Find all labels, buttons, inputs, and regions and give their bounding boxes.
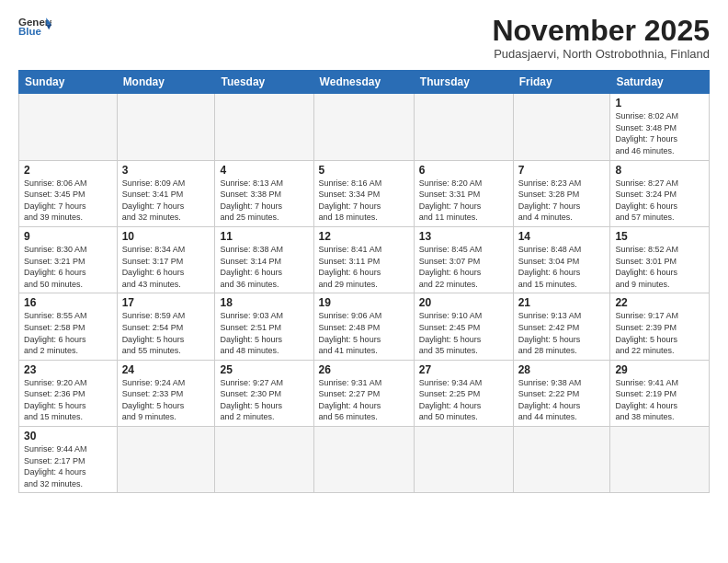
day-number: 14 <box>518 230 606 243</box>
day-info: Sunrise: 9:06 AM Sunset: 2:48 PM Dayligh… <box>319 310 409 356</box>
calendar-week-row: 1Sunrise: 8:02 AM Sunset: 3:48 PM Daylig… <box>19 94 710 160</box>
calendar-week-row: 23Sunrise: 9:20 AM Sunset: 2:36 PM Dayli… <box>19 360 710 426</box>
day-number: 16 <box>24 296 112 309</box>
calendar-table: Sunday Monday Tuesday Wednesday Thursday… <box>18 70 710 493</box>
col-thursday: Thursday <box>414 71 513 94</box>
day-info: Sunrise: 8:41 AM Sunset: 3:11 PM Dayligh… <box>319 244 409 290</box>
calendar-cell <box>215 427 313 493</box>
day-number: 12 <box>319 230 409 243</box>
day-number: 28 <box>518 363 606 376</box>
logo: General Blue <box>18 15 51 40</box>
col-friday: Friday <box>513 71 610 94</box>
day-info: Sunrise: 9:20 AM Sunset: 2:36 PM Dayligh… <box>24 377 112 423</box>
day-info: Sunrise: 8:30 AM Sunset: 3:21 PM Dayligh… <box>24 244 112 290</box>
day-info: Sunrise: 9:13 AM Sunset: 2:42 PM Dayligh… <box>518 310 606 356</box>
day-info: Sunrise: 8:27 AM Sunset: 3:24 PM Dayligh… <box>615 178 704 224</box>
calendar-cell <box>513 427 610 493</box>
day-number: 24 <box>122 363 210 376</box>
calendar-cell: 4Sunrise: 8:13 AM Sunset: 3:38 PM Daylig… <box>215 160 313 226</box>
day-info: Sunrise: 8:34 AM Sunset: 3:17 PM Dayligh… <box>122 244 210 290</box>
col-saturday: Saturday <box>610 71 710 94</box>
calendar-week-row: 2Sunrise: 8:06 AM Sunset: 3:45 PM Daylig… <box>19 160 710 226</box>
calendar-cell: 8Sunrise: 8:27 AM Sunset: 3:24 PM Daylig… <box>610 160 710 226</box>
logo-icon: General Blue <box>18 15 51 40</box>
day-info: Sunrise: 8:59 AM Sunset: 2:54 PM Dayligh… <box>122 310 210 356</box>
calendar-cell: 22Sunrise: 9:17 AM Sunset: 2:39 PM Dayli… <box>610 293 710 360</box>
day-number: 19 <box>319 296 409 309</box>
calendar-cell: 21Sunrise: 9:13 AM Sunset: 2:42 PM Dayli… <box>513 293 610 360</box>
day-info: Sunrise: 9:34 AM Sunset: 2:25 PM Dayligh… <box>419 377 508 423</box>
col-sunday: Sunday <box>19 71 118 94</box>
day-info: Sunrise: 9:10 AM Sunset: 2:45 PM Dayligh… <box>419 310 508 356</box>
calendar-cell: 27Sunrise: 9:34 AM Sunset: 2:25 PM Dayli… <box>414 360 513 426</box>
day-number: 25 <box>220 363 308 376</box>
day-number: 11 <box>220 230 308 243</box>
calendar-cell: 18Sunrise: 9:03 AM Sunset: 2:51 PM Dayli… <box>215 293 313 360</box>
calendar-cell <box>313 94 414 160</box>
calendar-cell <box>414 94 513 160</box>
calendar-cell: 16Sunrise: 8:55 AM Sunset: 2:58 PM Dayli… <box>19 293 118 360</box>
calendar-cell: 9Sunrise: 8:30 AM Sunset: 3:21 PM Daylig… <box>19 226 118 293</box>
day-number: 18 <box>220 296 308 309</box>
calendar-cell: 25Sunrise: 9:27 AM Sunset: 2:30 PM Dayli… <box>215 360 313 426</box>
day-info: Sunrise: 9:44 AM Sunset: 2:17 PM Dayligh… <box>24 443 112 489</box>
calendar-cell <box>610 427 710 493</box>
col-tuesday: Tuesday <box>215 71 313 94</box>
svg-text:Blue: Blue <box>18 26 42 37</box>
location-subtitle: Pudasjaervi, North Ostrobothnia, Finland <box>492 47 710 61</box>
calendar-cell <box>313 427 414 493</box>
day-number: 5 <box>319 164 409 177</box>
calendar-cell: 28Sunrise: 9:38 AM Sunset: 2:22 PM Dayli… <box>513 360 610 426</box>
day-info: Sunrise: 8:20 AM Sunset: 3:31 PM Dayligh… <box>419 178 508 224</box>
col-monday: Monday <box>117 71 215 94</box>
day-info: Sunrise: 9:24 AM Sunset: 2:33 PM Dayligh… <box>122 377 210 423</box>
day-number: 15 <box>615 230 704 243</box>
calendar-cell <box>117 94 215 160</box>
day-number: 29 <box>615 363 704 376</box>
calendar-cell: 5Sunrise: 8:16 AM Sunset: 3:34 PM Daylig… <box>313 160 414 226</box>
day-number: 23 <box>24 363 112 376</box>
calendar-cell <box>19 94 118 160</box>
day-number: 27 <box>419 363 508 376</box>
day-number: 1 <box>615 97 704 109</box>
calendar-week-row: 9Sunrise: 8:30 AM Sunset: 3:21 PM Daylig… <box>19 226 710 293</box>
day-number: 9 <box>24 230 112 243</box>
day-number: 3 <box>122 164 210 177</box>
day-number: 10 <box>122 230 210 243</box>
day-info: Sunrise: 9:31 AM Sunset: 2:27 PM Dayligh… <box>319 377 409 423</box>
day-number: 30 <box>24 430 112 442</box>
calendar-cell: 17Sunrise: 8:59 AM Sunset: 2:54 PM Dayli… <box>117 293 215 360</box>
day-number: 20 <box>419 296 508 309</box>
calendar-cell <box>215 94 313 160</box>
day-info: Sunrise: 9:17 AM Sunset: 2:39 PM Dayligh… <box>615 310 704 356</box>
day-info: Sunrise: 8:13 AM Sunset: 3:38 PM Dayligh… <box>220 178 308 224</box>
calendar-cell: 19Sunrise: 9:06 AM Sunset: 2:48 PM Dayli… <box>313 293 414 360</box>
calendar-cell: 23Sunrise: 9:20 AM Sunset: 2:36 PM Dayli… <box>19 360 118 426</box>
day-number: 2 <box>24 164 112 177</box>
calendar-cell: 26Sunrise: 9:31 AM Sunset: 2:27 PM Dayli… <box>313 360 414 426</box>
calendar-cell: 1Sunrise: 8:02 AM Sunset: 3:48 PM Daylig… <box>610 94 710 160</box>
day-info: Sunrise: 8:48 AM Sunset: 3:04 PM Dayligh… <box>518 244 606 290</box>
day-info: Sunrise: 8:06 AM Sunset: 3:45 PM Dayligh… <box>24 178 112 224</box>
day-info: Sunrise: 8:16 AM Sunset: 3:34 PM Dayligh… <box>319 178 409 224</box>
calendar-cell: 3Sunrise: 8:09 AM Sunset: 3:41 PM Daylig… <box>117 160 215 226</box>
calendar-cell: 2Sunrise: 8:06 AM Sunset: 3:45 PM Daylig… <box>19 160 118 226</box>
calendar-cell: 15Sunrise: 8:52 AM Sunset: 3:01 PM Dayli… <box>610 226 710 293</box>
day-number: 13 <box>419 230 508 243</box>
col-wednesday: Wednesday <box>313 71 414 94</box>
day-info: Sunrise: 8:38 AM Sunset: 3:14 PM Dayligh… <box>220 244 308 290</box>
day-info: Sunrise: 8:52 AM Sunset: 3:01 PM Dayligh… <box>615 244 704 290</box>
title-block: November 2025 Pudasjaervi, North Ostrobo… <box>492 15 710 61</box>
calendar-cell <box>414 427 513 493</box>
calendar-cell <box>117 427 215 493</box>
calendar-cell: 12Sunrise: 8:41 AM Sunset: 3:11 PM Dayli… <box>313 226 414 293</box>
calendar-cell: 30Sunrise: 9:44 AM Sunset: 2:17 PM Dayli… <box>19 427 118 493</box>
calendar-cell: 14Sunrise: 8:48 AM Sunset: 3:04 PM Dayli… <box>513 226 610 293</box>
day-number: 7 <box>518 164 606 177</box>
calendar-cell: 11Sunrise: 8:38 AM Sunset: 3:14 PM Dayli… <box>215 226 313 293</box>
calendar-cell: 10Sunrise: 8:34 AM Sunset: 3:17 PM Dayli… <box>117 226 215 293</box>
month-title: November 2025 <box>492 15 710 47</box>
day-number: 22 <box>615 296 704 309</box>
day-number: 21 <box>518 296 606 309</box>
calendar-cell: 7Sunrise: 8:23 AM Sunset: 3:28 PM Daylig… <box>513 160 610 226</box>
